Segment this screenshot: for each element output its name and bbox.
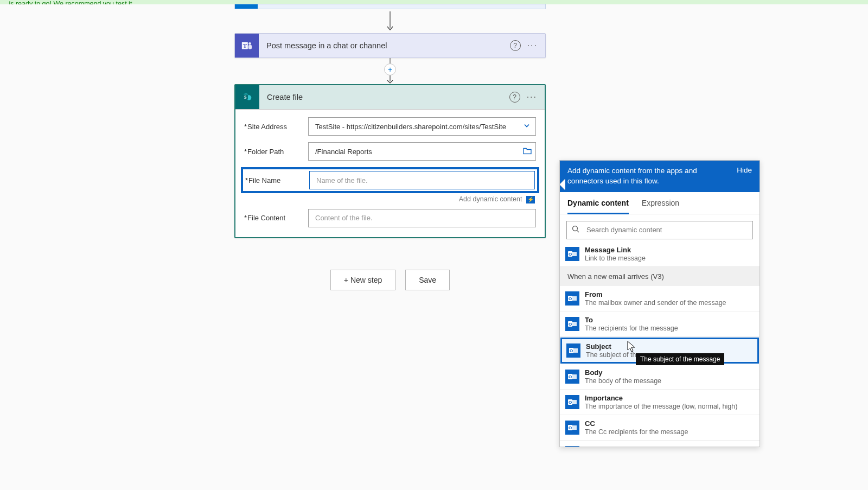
field-file-content: *File Content [244, 209, 536, 227]
outlook-token-icon: O [565, 395, 579, 409]
tab-dynamic-content[interactable]: Dynamic content [567, 199, 629, 214]
teams-icon: T [235, 34, 259, 58]
action-title: Post message in a chat or channel [259, 41, 510, 50]
field-file-name-highlight: *File Name [241, 167, 539, 193]
token-from[interactable]: OFromThe mailbox owner and sender of the… [560, 286, 760, 311]
svg-text:O: O [569, 374, 572, 379]
outlook-token-icon: O [565, 446, 579, 447]
add-step-inline-button[interactable]: + [384, 63, 396, 75]
svg-text:O: O [569, 252, 572, 257]
tooltip: The subject of the message [636, 353, 724, 365]
add-dynamic-content-link[interactable]: Add dynamic content ⚡ [244, 195, 536, 203]
trigger-progress-bar [235, 4, 258, 9]
file-content-input[interactable] [308, 209, 536, 227]
svg-rect-30 [572, 400, 577, 404]
flow-canvas: T Post message in a chat or channel ? ··… [234, 4, 546, 290]
svg-rect-33 [572, 425, 577, 430]
svg-rect-21 [572, 322, 577, 326]
outlook-token-icon: O [566, 343, 580, 358]
svg-text:O: O [569, 296, 572, 301]
outlook-token-icon: O [565, 370, 579, 384]
sharepoint-icon: S [235, 85, 259, 109]
svg-text:O: O [569, 322, 572, 327]
more-icon[interactable]: ··· [525, 92, 539, 102]
info-icon[interactable]: ? [510, 40, 521, 51]
svg-point-3 [248, 42, 251, 45]
svg-rect-18 [572, 296, 577, 301]
outlook-token-icon: O [565, 291, 579, 306]
outlook-token-icon: O [565, 421, 579, 435]
svg-rect-4 [248, 45, 252, 49]
token-bcc[interactable]: OBCCThe Bcc recipients for the message [560, 441, 760, 447]
new-step-button[interactable]: + New step [330, 270, 395, 290]
token-message-link[interactable]: O Message Link Link to the message [560, 246, 760, 267]
hide-flyout-button[interactable]: Hide [737, 166, 752, 174]
svg-line-12 [577, 230, 579, 232]
svg-rect-27 [572, 374, 577, 379]
folder-path-label: Folder Path [247, 148, 284, 156]
banner-text: ...is ready to go! We recommend you test… [3, 0, 132, 4]
info-icon[interactable]: ? [509, 92, 520, 103]
svg-rect-15 [572, 252, 577, 256]
token-to[interactable]: OToThe recipients for the message [560, 311, 760, 337]
action-post-message-teams[interactable]: T Post message in a chat or channel ? ··… [234, 33, 546, 58]
token-body[interactable]: OBodyThe body of the message [560, 364, 760, 390]
trigger-step-stub[interactable] [234, 4, 546, 9]
connector-arrow [234, 9, 546, 33]
search-icon [572, 225, 579, 235]
dynamic-content-toggle-icon: ⚡ [526, 196, 535, 203]
outlook-token-icon: O [565, 247, 579, 261]
tab-expression[interactable]: Expression [642, 199, 679, 214]
token-cc[interactable]: OCCThe Cc recipients for the message [560, 415, 760, 441]
search-dynamic-content-input[interactable] [566, 221, 753, 239]
outlook-token-icon: O [565, 317, 579, 331]
svg-rect-24 [573, 348, 578, 353]
folder-path-input[interactable] [308, 142, 536, 161]
dynamic-content-list[interactable]: O Message Link Link to the message When … [560, 246, 760, 447]
svg-text:S: S [244, 95, 247, 100]
svg-point-11 [573, 226, 578, 231]
flyout-title: Add dynamic content from the apps and co… [567, 166, 737, 187]
save-button[interactable]: Save [405, 270, 450, 290]
field-site-address: *Site Address [244, 117, 536, 136]
field-folder-path: *Folder Path [244, 142, 536, 161]
connector-arrow-small [386, 75, 394, 84]
token-importance[interactable]: OImportanceThe importance of the message… [560, 390, 760, 415]
action-create-file: S Create file ? ··· *Site Address *Folde… [234, 84, 546, 238]
svg-text:O: O [570, 348, 573, 353]
connector-line [387, 58, 393, 63]
file-content-label: File Content [247, 214, 285, 222]
svg-text:T: T [243, 42, 247, 49]
action-title: Create file [259, 93, 509, 101]
dynamic-content-flyout: Add dynamic content from the apps and co… [559, 160, 760, 447]
site-address-label: Site Address [247, 123, 287, 131]
folder-picker-icon[interactable] [523, 147, 532, 156]
svg-text:O: O [569, 400, 572, 405]
field-file-name: *File Name [245, 171, 535, 189]
site-address-select[interactable] [308, 117, 536, 136]
svg-text:O: O [569, 425, 572, 430]
group-header-email-trigger: When a new email arrives (V3) [560, 267, 760, 286]
file-name-input[interactable] [309, 171, 535, 189]
more-icon[interactable]: ··· [525, 41, 540, 50]
action-header[interactable]: S Create file ? ··· [235, 85, 545, 110]
file-name-label: File Name [248, 176, 280, 184]
